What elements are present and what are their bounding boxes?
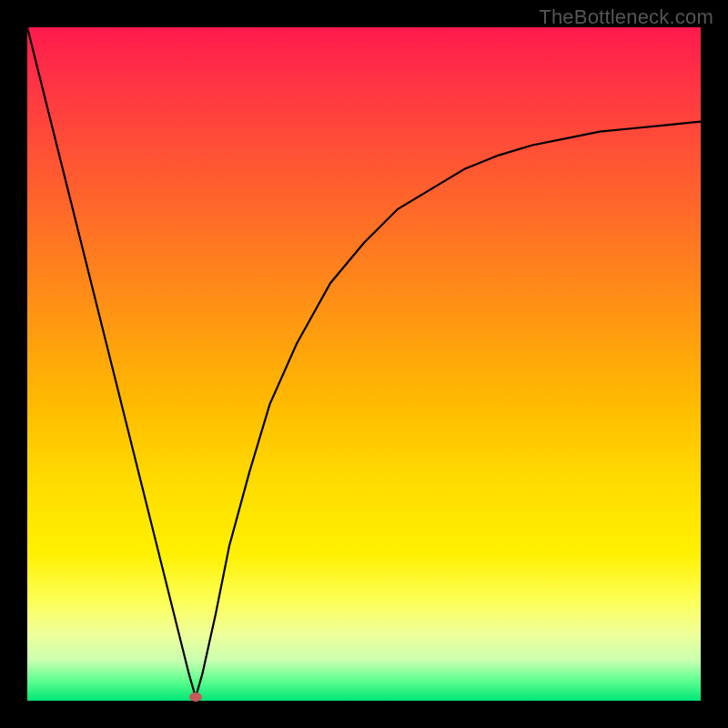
- bottleneck-curve: [27, 27, 701, 701]
- curve-line: [27, 27, 701, 697]
- watermark-text: TheBottleneck.com: [539, 5, 713, 29]
